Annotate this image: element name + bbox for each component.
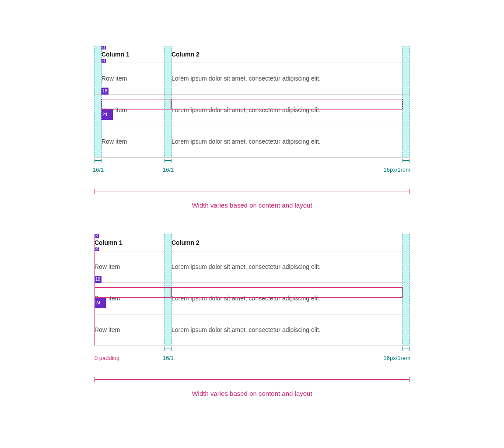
dimension-bracket-right [402, 349, 410, 351]
width-bracket [94, 379, 410, 387]
data-table-spec: 8 8 16 24 Column 1 Column 2 Row item Lor… [94, 234, 410, 346]
column-header-2: Column 2 [164, 46, 410, 63]
data-table: Column 1 Column 2 Row item Lorem ipsum d… [94, 46, 410, 158]
row-text-cell: Lorem ipsum dolor sit amet, consectetur … [164, 63, 410, 94]
spacing-marker-16: 16 [102, 88, 108, 95]
table-row: Row item Lorem ipsum dolor sit amet, con… [94, 251, 410, 282]
dimension-label-right: 16px/1rem [384, 166, 410, 173]
column-header-1: Column 1 [94, 234, 164, 251]
dimension-label-mid: 16/1 [163, 355, 174, 361]
table-row: Row item Lorem ipsum dolor sit amet, con… [94, 63, 410, 94]
spacing-marker-16: 16 [94, 276, 102, 283]
row-item-cell: Row item [94, 251, 164, 282]
table-row-highlighted: Row item Lorem ipsum dolor sit amet, con… [94, 94, 410, 126]
dimension-annotations: 0 padding 16/1 16px/1rem [94, 349, 410, 366]
width-note: Width varies based on content and layout [94, 201, 410, 209]
table-header-row: Column 1 Column 2 [94, 46, 410, 63]
column-header-2: Column 2 [164, 234, 410, 251]
dimension-label-mid: 16/1 [163, 166, 174, 173]
dimension-bracket-mid [164, 349, 172, 351]
width-bracket [94, 191, 410, 199]
spacing-marker-8b: 8 [94, 247, 99, 251]
spacing-marker-24: 24 [94, 298, 106, 308]
dimension-bracket-left [94, 160, 102, 163]
width-note: Width varies based on content and layout [94, 390, 410, 397]
spacing-marker-8: 8 [102, 46, 106, 49]
row-text-cell: Lorem ipsum dolor sit amet, consectetur … [164, 126, 410, 157]
spacing-marker-24: 24 [102, 109, 113, 120]
row-item-cell: Row item [94, 314, 164, 346]
dimension-bracket-mid [164, 160, 172, 163]
spec-diagram-with-padding: 8 8 16 24 Column 1 Column 2 Row item Lor… [94, 46, 410, 209]
table-row-highlighted: Row item Lorem ipsum dolor sit amet, con… [94, 282, 410, 314]
table-row: Row item Lorem ipsum dolor sit amet, con… [94, 314, 410, 346]
spacing-marker-8: 8 [94, 234, 99, 238]
row-text-cell: Lorem ipsum dolor sit amet, consectetur … [164, 94, 410, 126]
data-table: Column 1 Column 2 Row item Lorem ipsum d… [94, 234, 410, 346]
data-table-spec: 8 8 16 24 Column 1 Column 2 Row item Lor… [94, 46, 410, 158]
dimension-label-right: 16px/1rem [384, 355, 410, 361]
spec-diagram-no-left-padding: 8 8 16 24 Column 1 Column 2 Row item Lor… [94, 234, 410, 397]
dimension-bracket-right [402, 160, 410, 163]
dimension-annotations: 16/1 16/1 16px/1rem [94, 160, 410, 178]
dimension-label-zero-padding: 0 padding [94, 355, 119, 361]
row-text-cell: Lorem ipsum dolor sit amet, consectetur … [164, 251, 410, 282]
table-row: Row item Lorem ipsum dolor sit amet, con… [94, 126, 410, 157]
spacing-marker-8b: 8 [102, 59, 106, 63]
row-item-cell: Row item [94, 126, 164, 157]
table-header-row: Column 1 Column 2 [94, 234, 410, 251]
dimension-label-left: 16/1 [93, 166, 104, 173]
row-text-cell: Lorem ipsum dolor sit amet, consectetur … [164, 282, 410, 314]
row-text-cell: Lorem ipsum dolor sit amet, consectetur … [164, 314, 410, 346]
